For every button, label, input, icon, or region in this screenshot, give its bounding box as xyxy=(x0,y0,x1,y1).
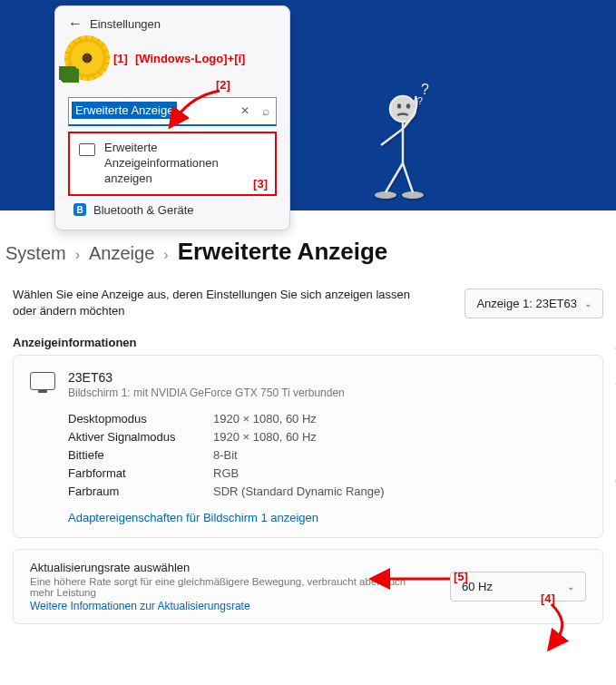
back-icon[interactable]: ← xyxy=(68,15,83,32)
cartoon-figure: ? ? xyxy=(372,82,454,203)
display-info-card: 23ET63 Bildschirm 1: mit NVIDIA GeForce … xyxy=(13,355,603,538)
popup-title: Einstellungen xyxy=(90,17,161,31)
annotation-marker-1: [1] xyxy=(113,52,128,65)
refresh-rate-card: Aktualisierungsrate auswählen Eine höher… xyxy=(13,549,603,624)
svg-point-4 xyxy=(406,103,410,109)
svg-point-1 xyxy=(402,191,424,199)
chevron-right-icon: › xyxy=(75,247,80,263)
search-icon[interactable]: ⌕ xyxy=(262,103,269,118)
chevron-right-icon: › xyxy=(163,247,168,263)
bluetooth-icon: B xyxy=(73,203,86,216)
spec-row: FarbraumSDR (Standard Dynamic Range) xyxy=(68,484,586,498)
annotation-marker-3: [3] xyxy=(253,177,268,191)
clear-icon[interactable]: ✕ xyxy=(240,104,249,117)
page-title: Erweiterte Anzeige xyxy=(178,238,388,266)
watermark: www.SoftwareOK.de :-) xyxy=(611,343,616,560)
display-name: 23ET63 xyxy=(68,370,345,385)
svg-text:?: ? xyxy=(417,95,423,106)
chevron-down-icon: ⌄ xyxy=(584,298,592,308)
settings-popup: ← Einstellungen [1] [Windows-Logo]+[i] E… xyxy=(54,5,290,230)
display-chooser-label: Wählen Sie eine Anzeige aus, deren Einst… xyxy=(13,287,412,319)
spec-row: Desktopmodus1920 × 1080, 60 Hz xyxy=(68,412,586,426)
annotation-marker-5: [5] xyxy=(454,570,468,583)
avatar[interactable] xyxy=(68,39,106,77)
monitor-icon xyxy=(79,143,95,156)
search-wrap: Erweiterte Anzeige ✕ ⌕ xyxy=(68,97,277,126)
svg-point-3 xyxy=(397,103,401,109)
shortcut-hint: [Windows-Logo]+[i] xyxy=(135,52,246,65)
chevron-down-icon: ⌄ xyxy=(567,582,574,592)
rate-info-link[interactable]: Weitere Informationen zur Aktualisierung… xyxy=(30,600,429,612)
rate-title: Aktualisierungsrate auswählen xyxy=(30,561,429,574)
rate-subtitle: Eine höhere Rate sorgt für eine gleichmä… xyxy=(30,576,429,598)
svg-point-0 xyxy=(375,191,396,199)
annotation-marker-4: [4] xyxy=(541,592,555,605)
spec-list: Desktopmodus1920 × 1080, 60 Hz Aktiver S… xyxy=(68,412,586,498)
adapter-properties-link[interactable]: Adaptereigenschaften für Bildschirm 1 an… xyxy=(68,511,586,524)
sidebar-item-label: Bluetooth & Geräte xyxy=(93,203,194,217)
sidebar-item-bluetooth[interactable]: B Bluetooth & Geräte xyxy=(68,203,277,217)
display-select[interactable]: Anzeige 1: 23ET63 ⌄ xyxy=(464,289,603,318)
breadcrumb: System › Anzeige › Erweiterte Anzeige xyxy=(5,238,387,266)
section-heading: Anzeigeinformationen xyxy=(13,336,603,349)
display-subtitle: Bildschirm 1: mit NVIDIA GeForce GTX 750… xyxy=(68,387,345,399)
spec-row: Aktiver Signalmodus1920 × 1080, 60 Hz xyxy=(68,430,586,444)
monitor-icon xyxy=(30,372,55,390)
breadcrumb-mid[interactable]: Anzeige xyxy=(89,243,154,264)
search-selected-text: Erweiterte Anzeige xyxy=(72,102,177,119)
suggestion-label: Erweiterte Anzeigeinformationen anzeigen xyxy=(104,141,266,187)
breadcrumb-root[interactable]: System xyxy=(5,243,66,264)
spec-row: Bittiefe8-Bit xyxy=(68,448,586,462)
search-suggestion[interactable]: Erweiterte Anzeigeinformationen anzeigen… xyxy=(68,132,277,196)
spec-row: FarbformatRGB xyxy=(68,466,586,480)
refresh-rate-select[interactable]: 60 Hz ⌄ xyxy=(450,572,586,602)
display-select-value: Anzeige 1: 23ET63 xyxy=(476,297,577,310)
annotation-marker-2: [2] xyxy=(216,78,230,92)
